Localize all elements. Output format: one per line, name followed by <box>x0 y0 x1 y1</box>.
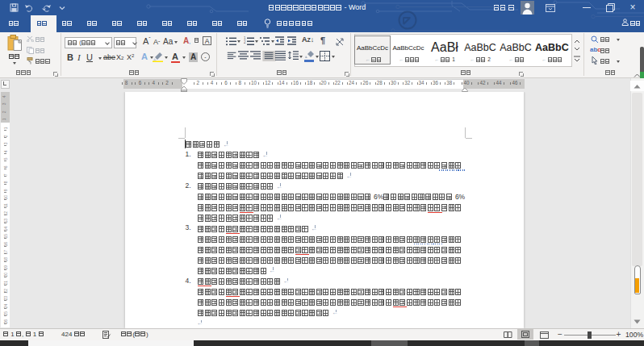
svg-text:2: 2 <box>244 40 246 44</box>
